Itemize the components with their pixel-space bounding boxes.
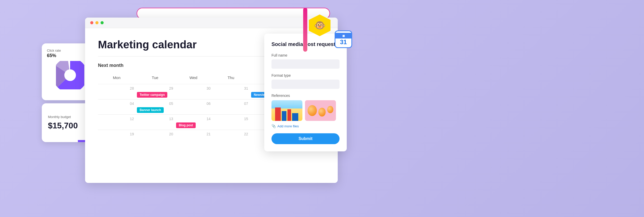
full-name-input[interactable] (271, 59, 340, 69)
references-section: References 📎 (271, 94, 340, 128)
dot-green (101, 21, 104, 24)
mailchimp-emoji: 🐵 (314, 20, 326, 31)
table-row: 05 Banner launch (135, 99, 175, 115)
reference-image-1 (271, 100, 302, 121)
full-name-label: Full name (271, 53, 340, 57)
table-row: 06 (175, 99, 212, 115)
gcal-top-bar: ▦ (335, 33, 351, 38)
table-row: 29 Twitter campaign (135, 84, 175, 99)
table-row: 22 (212, 130, 250, 139)
event-blog-post[interactable]: Blog post (176, 122, 195, 128)
format-type-input[interactable] (271, 80, 340, 89)
day-header-mon: Mon (98, 73, 135, 84)
format-type-label: Format type (271, 73, 340, 78)
day-header-thu: Thu (212, 73, 250, 84)
paperclip-icon: 📎 (271, 124, 276, 128)
day-header-tue: Tue (135, 73, 175, 84)
table-row: 12 (98, 115, 135, 130)
table-row: 28 (98, 84, 135, 99)
event-twitter-campaign[interactable]: Twitter campaign (137, 92, 167, 98)
gcal-number: 31 (340, 38, 347, 46)
table-row: 14 Blog post (175, 115, 212, 130)
reference-image-2 (305, 100, 336, 121)
add-more-files-label: Add more files (277, 124, 299, 128)
table-row: 31 (212, 84, 250, 99)
submit-button[interactable]: Submit (271, 133, 340, 144)
dot-red (90, 21, 93, 24)
mailchimp-icon: 🐵 (309, 14, 331, 36)
gcal-icon: ▦ 31 (335, 30, 352, 48)
pie-chart (56, 61, 84, 89)
references-images (271, 100, 340, 121)
table-row: 04 (98, 99, 135, 115)
table-row: 13 (135, 115, 175, 130)
dot-yellow (95, 21, 98, 24)
svg-point-3 (64, 69, 76, 81)
day-header-wed: Wed (175, 73, 212, 84)
event-banner-launch[interactable]: Banner launch (137, 107, 163, 113)
mailchimp-hex-shape: 🐵 (309, 14, 331, 36)
table-row: 30 (175, 84, 212, 99)
table-row: 20 (135, 130, 175, 139)
table-row: 21 (175, 130, 212, 139)
table-row: 07 (212, 99, 250, 115)
references-label: References (271, 94, 340, 98)
connector-blob (303, 8, 307, 52)
add-more-files-link[interactable]: 📎 Add more files (271, 124, 340, 128)
table-row: 19 (98, 130, 135, 139)
table-row: 15 (212, 115, 250, 130)
browser-topbar (85, 18, 338, 28)
